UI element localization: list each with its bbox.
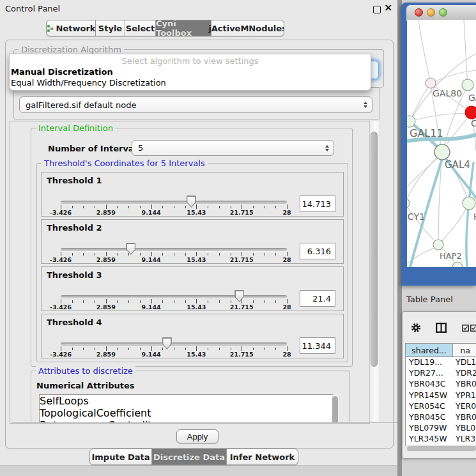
threshold-value-field[interactable]: 14.713	[300, 196, 335, 212]
cell-shared-name: YDR27...	[406, 368, 453, 379]
tick-minor	[185, 206, 186, 208]
network-window-titlebar[interactable]	[406, 5, 476, 21]
threshold-stack: Threshold 1-3.4262.8599.14415.4321.71528…	[41, 172, 344, 358]
network-node[interactable]	[462, 79, 473, 91]
tick-label: 15.43	[187, 256, 206, 263]
popup-option-manual-discretization[interactable]: Manual Discretization	[11, 67, 113, 77]
tick-minor	[174, 206, 174, 208]
scrollbar-thumb[interactable]	[332, 396, 338, 423]
tick-major	[242, 252, 242, 256]
network-node-gcy1[interactable]	[407, 198, 410, 208]
table-panel-title: Table Panel	[406, 295, 453, 304]
network-view-window: GAL80GAL11GAL4GCY1HHAP2GAC	[401, 3, 476, 286]
tab-impute-data[interactable]: Impute Data	[90, 449, 152, 464]
group-title: Discretization Algorithm	[19, 45, 124, 54]
scrollbar-thumb[interactable]	[371, 132, 378, 367]
close-icon[interactable]: ×	[384, 1, 392, 13]
network-node-h[interactable]	[463, 197, 475, 210]
tick-major	[151, 204, 152, 209]
tick-major	[61, 252, 61, 256]
slider-thumb[interactable]	[162, 337, 172, 349]
slider-track[interactable]	[61, 248, 287, 251]
tab-cyni-toolbox[interactable]: Cyni Toolbox	[156, 20, 211, 36]
float-window-icon[interactable]	[373, 6, 381, 13]
scrollbar-thumb[interactable]	[407, 446, 476, 451]
tick-minor	[219, 300, 220, 303]
column-header-name[interactable]: na	[453, 344, 476, 357]
close-traffic-light-icon[interactable]	[415, 8, 423, 17]
network-edge[interactable]	[410, 113, 471, 121]
cyni-toolbox-panel: Discretization Algorithm Table Data galF…	[5, 40, 394, 449]
tab-select[interactable]: Select	[125, 20, 156, 36]
tick-label: 15.43	[187, 209, 206, 216]
network-node-gal11[interactable]	[407, 116, 415, 127]
column-header-shared-name[interactable]: shared...	[406, 344, 453, 357]
tab-label: Style	[98, 24, 122, 33]
network-node-hap2[interactable]	[433, 240, 443, 250]
table-row[interactable]: YDR27...YDR2	[406, 368, 476, 379]
columns-icon[interactable]	[436, 323, 447, 333]
network-node-gal80[interactable]	[426, 78, 436, 88]
gear-icon[interactable]	[410, 322, 422, 334]
control-panel-title: Control Panel	[5, 4, 60, 13]
slider-thumb[interactable]	[234, 290, 244, 302]
tick-label: -3.426	[50, 351, 72, 358]
popup-option-equal-width-frequency[interactable]: Equal Width/Frequency Discretization	[11, 78, 166, 88]
network-edge[interactable]	[418, 20, 431, 84]
network-edge[interactable]	[464, 20, 468, 86]
table-row[interactable]: YER054CYER0	[406, 401, 476, 412]
tick-label: -3.426	[50, 256, 72, 263]
table-row[interactable]: YBR043CYBR0	[406, 379, 476, 390]
tick-minor	[185, 253, 186, 256]
network-node[interactable]	[465, 106, 476, 119]
checkbox-icon[interactable]	[462, 325, 469, 332]
network-edge-highlighted[interactable]	[466, 163, 473, 267]
network-edge[interactable]	[407, 155, 441, 192]
tab-discretize-data[interactable]: Discretize Data	[152, 449, 227, 464]
network-edge[interactable]	[440, 203, 469, 243]
tick-label: 28	[282, 256, 291, 263]
network-edge-highlighted[interactable]	[410, 155, 443, 267]
main-scrollbar[interactable]	[369, 121, 379, 422]
threshold-value-field[interactable]: 11.344	[300, 337, 335, 354]
numerical-attributes-list[interactable]: SelfLoopsTopologicalCoefficientBetweenne…	[39, 394, 333, 424]
tick-label: 15.43	[187, 303, 206, 311]
tab-infer-network[interactable]: Infer Network	[227, 449, 298, 464]
zoom-traffic-light-icon[interactable]	[439, 8, 447, 17]
slider-track[interactable]	[61, 201, 287, 204]
attribute-list-item[interactable]: SelfLoops	[40, 395, 332, 407]
network-node[interactable]	[452, 262, 463, 267]
table-horizontal-scrollbar[interactable]	[404, 445, 476, 452]
tab-label: Discretize Data	[153, 452, 225, 462]
threshold-value-field[interactable]: 6.316	[300, 243, 335, 259]
attribute-list-item[interactable]: TopologicalCoefficient	[40, 407, 332, 419]
table-data-combobox[interactable]: galFiltered.sif default node	[19, 96, 372, 113]
network-node-gal4[interactable]	[434, 144, 450, 160]
tab-jactivemnodules[interactable]: jActiveMNodules	[211, 20, 284, 36]
tab-network[interactable]: Network	[47, 20, 96, 36]
slider-track[interactable]	[61, 342, 287, 346]
checkbox-icon[interactable]	[470, 325, 476, 332]
network-canvas[interactable]: GAL80GAL11GAL4GCY1HHAP2GAC	[407, 20, 476, 267]
tab-style[interactable]: Style	[96, 20, 125, 36]
tick-major	[151, 252, 152, 256]
threshold-value-field[interactable]: 21.4	[300, 290, 335, 307]
slider-thumb[interactable]	[187, 196, 196, 208]
list-scrollbar[interactable]	[332, 395, 339, 423]
node-label-h: H	[473, 211, 476, 222]
table-row[interactable]: YBL079WYBL0	[406, 423, 476, 434]
num-intervals-combobox[interactable]: 5	[132, 140, 334, 156]
table-row[interactable]: YBR045CYBR0	[406, 412, 476, 423]
slider-track[interactable]	[61, 295, 287, 298]
tick-minor	[72, 348, 73, 350]
apply-button[interactable]: Apply	[176, 429, 219, 443]
slider-thumb[interactable]	[126, 243, 135, 255]
minimize-traffic-light-icon[interactable]	[427, 8, 435, 17]
tick-minor	[162, 253, 163, 256]
table-row[interactable]: YPR145WYPR1	[406, 390, 476, 401]
node-label-gal80: GAL80	[433, 88, 462, 98]
table-row[interactable]: YLR345WYLR3	[406, 434, 476, 445]
table-row[interactable]: YDL19...YDL1	[406, 357, 476, 368]
tick-minor	[185, 300, 186, 303]
tick-major	[196, 252, 197, 256]
